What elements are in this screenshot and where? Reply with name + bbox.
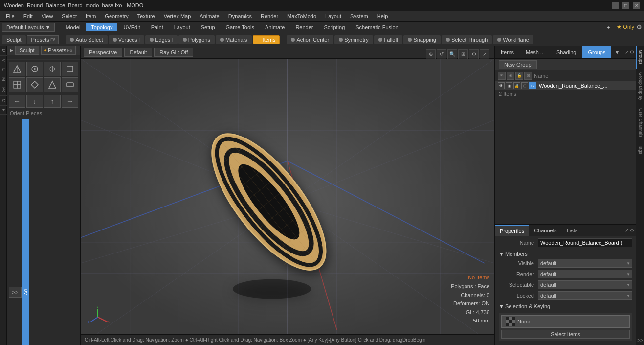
viewport[interactable]: Perspective Default Ray GL: Off ⊕ ↺ 🔍 ⊞ …	[81, 46, 494, 345]
icon-btn-2[interactable]	[26, 62, 43, 76]
action-center-button[interactable]: Action Center	[287, 35, 333, 44]
arrow-left-btn[interactable]: ←	[9, 95, 25, 108]
props-tab-lists[interactable]: Lists	[562, 225, 583, 236]
sculpt-btn[interactable]: Sculpt	[15, 46, 39, 55]
props-tab-add[interactable]: +	[582, 225, 591, 236]
tab-schematic-fusion[interactable]: Schematic Fusion	[351, 23, 403, 31]
symmetry-button[interactable]: Symmetry	[334, 35, 373, 44]
polygons-button[interactable]: Polygons	[178, 35, 215, 44]
presets-left-btn[interactable]: ● Presets F6	[41, 46, 76, 55]
props-tab-properties[interactable]: Properties	[495, 225, 529, 236]
tab-setup[interactable]: Setup	[196, 23, 220, 31]
tab-model[interactable]: Model	[61, 23, 85, 31]
uv-label[interactable]: UV	[22, 119, 29, 345]
menu-dynamics[interactable]: Dynamics	[224, 12, 256, 20]
tab-topology[interactable]: Topology	[86, 23, 117, 31]
right-settings-icon[interactable]: ⚙	[630, 49, 634, 55]
icon-btn-5[interactable]	[9, 77, 25, 92]
col-icon-lock[interactable]: 🔒	[515, 72, 523, 80]
icon-btn-7[interactable]	[44, 77, 61, 92]
menu-file[interactable]: File	[2, 12, 19, 20]
tab-animate[interactable]: Animate	[260, 23, 289, 31]
props-settings-icon[interactable]: ⚙	[630, 228, 634, 233]
col-icon-other[interactable]: ⊡	[524, 72, 532, 80]
maximize-button[interactable]: □	[622, 2, 629, 9]
add-layout-tab[interactable]: +	[602, 23, 615, 31]
viewport-canvas[interactable]: No Items Polygons : Face Channels: 0 Def…	[81, 59, 494, 345]
prop-visible-select[interactable]: default	[538, 259, 632, 268]
arrow-down-btn[interactable]: ↓	[26, 95, 43, 108]
props-tab-channels[interactable]: Channels	[529, 225, 561, 236]
close-button[interactable]: ✕	[633, 2, 640, 9]
rs-tab-groups[interactable]: Groups	[636, 46, 644, 69]
vertices-button[interactable]: Vertices |	[109, 35, 144, 44]
default-layouts-button[interactable]: Default Layouts ▼	[2, 23, 55, 32]
workplane-button[interactable]: WorkPlane	[493, 35, 533, 44]
menu-maxtomodo[interactable]: MaxToModo	[283, 12, 320, 20]
tab-scripting[interactable]: Scripting	[319, 23, 350, 31]
rs-tab-user-channels[interactable]: User Channels	[636, 104, 644, 141]
vp-ctrl-nav[interactable]: ⊕	[426, 49, 436, 59]
vp-tab-perspective[interactable]: Perspective	[84, 48, 122, 57]
select-through-button[interactable]: Select Through	[442, 35, 492, 44]
icon-btn-1[interactable]	[9, 62, 25, 76]
menu-help[interactable]: Help	[373, 12, 392, 20]
side-tab-v[interactable]: V	[0, 56, 7, 65]
col-icon-eye[interactable]: 👁	[498, 72, 506, 80]
prop-render-select[interactable]: default	[538, 270, 632, 278]
group-eye-toggle[interactable]: 👁	[498, 82, 505, 89]
menu-animate[interactable]: Animate	[196, 12, 223, 20]
tab-paint[interactable]: Paint	[146, 23, 168, 31]
sculpt-expand[interactable]: ▶	[10, 48, 13, 53]
icon-btn-8[interactable]	[62, 77, 78, 92]
snapping-button[interactable]: Snapping	[403, 35, 441, 44]
edges-button[interactable]: Edges |	[145, 35, 178, 44]
settings-icon[interactable]: ⚙	[636, 23, 642, 31]
group-item[interactable]: 👁 ◉ 🔒 ⊡ G Wooden_Round_Balance_...	[495, 81, 636, 90]
menu-layout[interactable]: Layout	[321, 12, 345, 20]
prop-selectable-select[interactable]: default	[538, 280, 632, 289]
vp-ctrl-expand[interactable]: ↗	[480, 49, 489, 59]
right-expand-icon[interactable]: ↗	[625, 49, 629, 55]
rs-tab-group-display[interactable]: Group Display	[636, 69, 644, 104]
side-tab-e[interactable]: E	[0, 65, 7, 74]
side-tab-d[interactable]: D	[0, 46, 7, 56]
side-tab-c[interactable]: C	[0, 96, 7, 106]
right-tab-more[interactable]: ▼	[611, 46, 622, 58]
menu-render[interactable]: Render	[257, 12, 282, 20]
prop-name-input[interactable]	[538, 238, 632, 247]
group-other-toggle[interactable]: ⊡	[521, 82, 528, 89]
menu-system[interactable]: System	[346, 12, 372, 20]
tab-layout[interactable]: Layout	[169, 23, 195, 31]
tab-mesh[interactable]: Mesh ...	[520, 46, 551, 58]
rs-expand-btn[interactable]: >>	[637, 338, 643, 343]
group-lock-toggle[interactable]: 🔒	[513, 82, 520, 89]
select-items-button[interactable]: Select Items	[501, 330, 630, 339]
auto-select-button[interactable]: Auto Select	[66, 35, 107, 44]
icon-btn-6[interactable]	[26, 77, 43, 92]
falloff-button[interactable]: Falloff	[374, 35, 403, 44]
prop-locked-select[interactable]: default	[538, 291, 632, 300]
vp-ctrl-settings[interactable]: ⚙	[469, 49, 479, 59]
icon-btn-3[interactable]	[44, 62, 61, 76]
items-button[interactable]: Items	[253, 35, 280, 44]
presets-button[interactable]: Presets F6	[27, 35, 59, 44]
expand-btn[interactable]: >>	[9, 287, 22, 298]
vp-ctrl-refresh[interactable]: ↺	[437, 49, 446, 59]
side-tab-pol[interactable]: Po	[0, 84, 7, 96]
menu-texture[interactable]: Texture	[133, 12, 159, 20]
tab-items[interactable]: Items	[495, 46, 520, 58]
side-tab-f[interactable]: F	[0, 106, 7, 115]
selection-keying-header[interactable]: ▼ Selection & Keying	[499, 302, 632, 311]
icon-btn-4[interactable]	[62, 62, 78, 76]
vp-tab-raygl[interactable]: Ray GL: Off	[154, 48, 193, 57]
members-section-label[interactable]: ▼ Members	[499, 249, 632, 259]
menu-view[interactable]: View	[38, 12, 57, 20]
tab-uvedit[interactable]: UVEdit	[118, 23, 145, 31]
tab-gametools[interactable]: Game Tools	[221, 23, 260, 31]
vp-ctrl-zoom[interactable]: 🔍	[447, 49, 457, 59]
menu-geometry[interactable]: Geometry	[101, 12, 132, 20]
group-render-toggle[interactable]: ◉	[506, 82, 512, 89]
rs-tab-tags[interactable]: Tags	[636, 141, 644, 158]
materials-button[interactable]: Materials	[216, 35, 252, 44]
